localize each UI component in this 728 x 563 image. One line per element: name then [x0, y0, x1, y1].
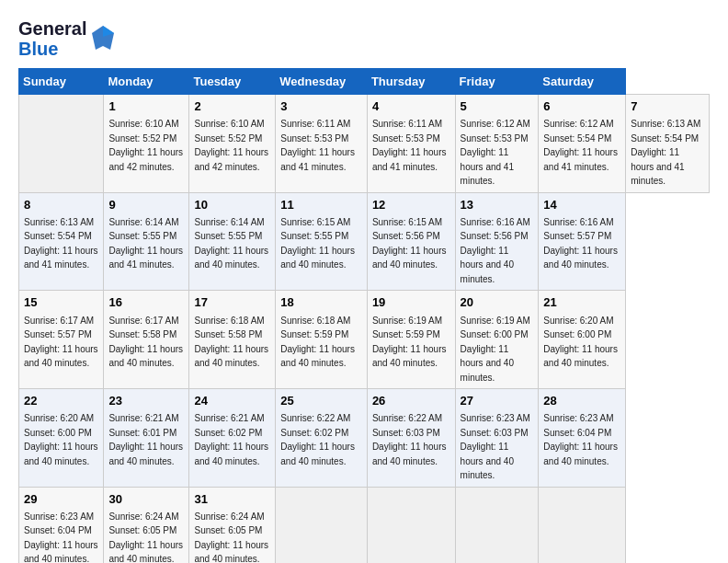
day-info: Sunrise: 6:16 AMSunset: 5:57 PMDaylight:… — [543, 217, 618, 270]
day-cell: 2Sunrise: 6:10 AMSunset: 5:52 PMDaylight… — [189, 95, 276, 193]
day-cell: 21Sunrise: 6:20 AMSunset: 6:00 PMDayligh… — [539, 291, 626, 389]
day-number: 12 — [372, 197, 450, 213]
day-number: 17 — [194, 294, 270, 311]
logo-blue: Blue — [18, 39, 86, 59]
header-row: SundayMondayTuesdayWednesdayThursdayFrid… — [19, 69, 710, 95]
day-cell: 29Sunrise: 6:23 AMSunset: 6:04 PMDayligh… — [19, 487, 104, 563]
day-cell: 5Sunrise: 6:12 AMSunset: 5:53 PMDaylight… — [455, 95, 539, 193]
day-cell: 31Sunrise: 6:24 AMSunset: 6:05 PMDayligh… — [189, 487, 276, 563]
day-info: Sunrise: 6:22 AMSunset: 6:03 PMDaylight:… — [372, 413, 447, 466]
day-cell: 22Sunrise: 6:20 AMSunset: 6:00 PMDayligh… — [19, 389, 104, 488]
day-number: 22 — [24, 393, 98, 409]
col-header-friday: Friday — [455, 69, 539, 95]
day-number: 30 — [108, 491, 184, 508]
col-header-sunday: Sunday — [19, 69, 104, 95]
day-number: 24 — [194, 393, 270, 409]
day-cell: 10Sunrise: 6:14 AMSunset: 5:55 PMDayligh… — [189, 192, 276, 291]
day-cell: 24Sunrise: 6:21 AMSunset: 6:02 PMDayligh… — [189, 389, 276, 488]
day-cell: 17Sunrise: 6:18 AMSunset: 5:58 PMDayligh… — [189, 291, 276, 389]
day-number: 19 — [372, 294, 450, 311]
day-info: Sunrise: 6:21 AMSunset: 6:02 PMDaylight:… — [194, 413, 268, 466]
day-info: Sunrise: 6:18 AMSunset: 5:58 PMDaylight:… — [194, 316, 268, 369]
day-cell: 30Sunrise: 6:24 AMSunset: 6:05 PMDayligh… — [104, 487, 189, 563]
logo-general: General — [18, 18, 86, 39]
day-info: Sunrise: 6:18 AMSunset: 5:59 PMDaylight:… — [280, 316, 355, 369]
day-number: 29 — [24, 491, 98, 508]
day-info: Sunrise: 6:23 AMSunset: 6:04 PMDaylight:… — [543, 413, 618, 466]
week-row-4: 22Sunrise: 6:20 AMSunset: 6:00 PMDayligh… — [19, 389, 710, 488]
day-number: 11 — [280, 197, 362, 213]
day-number: 31 — [194, 491, 270, 508]
day-info: Sunrise: 6:16 AMSunset: 5:56 PMDaylight:… — [461, 217, 530, 284]
logo-bird-icon — [90, 24, 116, 53]
week-row-3: 15Sunrise: 6:17 AMSunset: 5:57 PMDayligh… — [19, 291, 710, 389]
day-info: Sunrise: 6:17 AMSunset: 5:58 PMDaylight:… — [108, 316, 183, 369]
day-number: 27 — [461, 393, 534, 409]
day-info: Sunrise: 6:12 AMSunset: 5:53 PMDaylight:… — [461, 119, 530, 186]
col-header-saturday: Saturday — [539, 69, 626, 95]
day-cell: 4Sunrise: 6:11 AMSunset: 5:53 PMDaylight… — [367, 95, 455, 193]
day-cell — [276, 487, 368, 563]
day-info: Sunrise: 6:15 AMSunset: 5:56 PMDaylight:… — [372, 217, 447, 270]
day-info: Sunrise: 6:22 AMSunset: 6:02 PMDaylight:… — [280, 413, 355, 466]
day-number: 23 — [108, 393, 184, 409]
day-number: 9 — [108, 197, 184, 213]
day-cell: 1Sunrise: 6:10 AMSunset: 5:52 PMDaylight… — [104, 95, 189, 193]
week-row-2: 8Sunrise: 6:13 AMSunset: 5:54 PMDaylight… — [19, 192, 710, 291]
day-cell — [367, 487, 455, 563]
col-header-monday: Monday — [104, 69, 189, 95]
day-cell: 23Sunrise: 6:21 AMSunset: 6:01 PMDayligh… — [104, 389, 189, 488]
day-cell: 14Sunrise: 6:16 AMSunset: 5:57 PMDayligh… — [539, 192, 626, 291]
day-info: Sunrise: 6:12 AMSunset: 5:54 PMDaylight:… — [543, 119, 618, 172]
day-number: 26 — [372, 393, 450, 409]
col-header-wednesday: Wednesday — [276, 69, 368, 95]
day-cell: 9Sunrise: 6:14 AMSunset: 5:55 PMDaylight… — [104, 192, 189, 291]
day-cell: 19Sunrise: 6:19 AMSunset: 5:59 PMDayligh… — [367, 291, 455, 389]
day-number: 3 — [280, 98, 362, 115]
day-cell: 20Sunrise: 6:19 AMSunset: 6:00 PMDayligh… — [455, 291, 539, 389]
day-cell: 15Sunrise: 6:17 AMSunset: 5:57 PMDayligh… — [19, 291, 104, 389]
day-info: Sunrise: 6:13 AMSunset: 5:54 PMDaylight:… — [631, 119, 700, 186]
page-header: General Blue — [18, 18, 710, 59]
day-cell — [19, 95, 104, 193]
day-cell: 8Sunrise: 6:13 AMSunset: 5:54 PMDaylight… — [19, 192, 104, 291]
day-info: Sunrise: 6:11 AMSunset: 5:53 PMDaylight:… — [280, 119, 355, 172]
day-info: Sunrise: 6:23 AMSunset: 6:04 PMDaylight:… — [24, 511, 98, 563]
day-info: Sunrise: 6:24 AMSunset: 6:05 PMDaylight:… — [194, 511, 268, 563]
day-cell: 25Sunrise: 6:22 AMSunset: 6:02 PMDayligh… — [276, 389, 368, 488]
day-number: 16 — [108, 294, 184, 311]
col-header-tuesday: Tuesday — [189, 69, 276, 95]
day-number: 18 — [280, 294, 362, 311]
day-info: Sunrise: 6:19 AMSunset: 6:00 PMDaylight:… — [461, 316, 530, 383]
day-cell — [455, 487, 539, 563]
day-info: Sunrise: 6:15 AMSunset: 5:55 PMDaylight:… — [280, 217, 355, 270]
day-number: 8 — [24, 197, 98, 213]
day-info: Sunrise: 6:13 AMSunset: 5:54 PMDaylight:… — [24, 217, 98, 270]
day-info: Sunrise: 6:20 AMSunset: 6:00 PMDaylight:… — [543, 316, 618, 369]
day-number: 4 — [372, 98, 450, 115]
day-info: Sunrise: 6:11 AMSunset: 5:53 PMDaylight:… — [372, 119, 447, 172]
day-info: Sunrise: 6:20 AMSunset: 6:00 PMDaylight:… — [24, 413, 98, 466]
day-info: Sunrise: 6:10 AMSunset: 5:52 PMDaylight:… — [108, 119, 183, 172]
day-cell: 3Sunrise: 6:11 AMSunset: 5:53 PMDaylight… — [276, 95, 368, 193]
day-number: 20 — [461, 294, 534, 311]
day-info: Sunrise: 6:21 AMSunset: 6:01 PMDaylight:… — [108, 413, 183, 466]
day-number: 7 — [631, 98, 704, 115]
day-cell: 7Sunrise: 6:13 AMSunset: 5:54 PMDaylight… — [626, 95, 710, 193]
day-cell: 26Sunrise: 6:22 AMSunset: 6:03 PMDayligh… — [367, 389, 455, 488]
week-row-5: 29Sunrise: 6:23 AMSunset: 6:04 PMDayligh… — [19, 487, 710, 563]
day-number: 6 — [543, 98, 620, 115]
day-cell — [539, 487, 626, 563]
day-info: Sunrise: 6:19 AMSunset: 5:59 PMDaylight:… — [372, 316, 447, 369]
day-cell: 12Sunrise: 6:15 AMSunset: 5:56 PMDayligh… — [367, 192, 455, 291]
day-number: 13 — [461, 197, 534, 213]
day-info: Sunrise: 6:14 AMSunset: 5:55 PMDaylight:… — [194, 217, 268, 270]
day-cell: 28Sunrise: 6:23 AMSunset: 6:04 PMDayligh… — [539, 389, 626, 488]
day-number: 1 — [108, 98, 184, 115]
day-number: 21 — [543, 294, 620, 311]
day-number: 2 — [194, 98, 270, 115]
week-row-1: 1Sunrise: 6:10 AMSunset: 5:52 PMDaylight… — [19, 95, 710, 193]
day-info: Sunrise: 6:10 AMSunset: 5:52 PMDaylight:… — [194, 119, 268, 172]
col-header-thursday: Thursday — [367, 69, 455, 95]
day-cell: 13Sunrise: 6:16 AMSunset: 5:56 PMDayligh… — [455, 192, 539, 291]
